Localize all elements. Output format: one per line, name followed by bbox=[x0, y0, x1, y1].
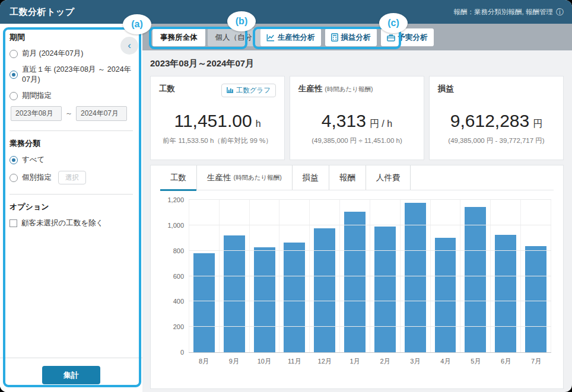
period-range-row: ～ bbox=[11, 106, 133, 121]
tab-productivity[interactable]: 生産性(時間あたり報酬) bbox=[197, 165, 293, 190]
bar-chart: 02004006008001,0001,200 8月9月10月11月12月1月2… bbox=[160, 200, 554, 366]
bar-column bbox=[249, 200, 279, 352]
profit-loss-analysis-button[interactable]: 損益分析 bbox=[325, 28, 377, 46]
radio-label: 直近１年 (2023年08月 ～ 2024年07月) bbox=[22, 65, 133, 85]
work-hours-graph-button[interactable]: 工数グラフ bbox=[221, 84, 276, 97]
sidebar-collapse-button[interactable]: ‹ bbox=[120, 37, 138, 55]
period-to-input[interactable] bbox=[76, 106, 127, 121]
x-tick-label: 1月 bbox=[340, 357, 370, 366]
info-icon[interactable]: ⓘ bbox=[556, 8, 564, 16]
category-select-button[interactable]: 選択 bbox=[58, 171, 86, 184]
card-productivity: 生産性 (時間あたり報酬) 4,313円 / h (49,385,000 円 ÷… bbox=[290, 76, 424, 160]
scope-tab-personal[interactable]: 個人（自分） bbox=[208, 28, 268, 46]
radio-label: 前月 (2024年07月) bbox=[22, 49, 84, 59]
y-tick-label: 1,000 bbox=[167, 222, 184, 229]
x-tick-label: 3月 bbox=[400, 357, 430, 366]
bar-11月[interactable] bbox=[284, 243, 305, 352]
bar-1月[interactable] bbox=[344, 212, 366, 352]
bar-column bbox=[370, 200, 400, 352]
y-tick-label: 800 bbox=[173, 247, 184, 254]
header-note-text: 報酬：業務分類別報酬, 報酬管理 bbox=[454, 8, 553, 17]
bar-2月[interactable] bbox=[374, 227, 396, 352]
header-note: 報酬：業務分類別報酬, 報酬管理 ⓘ bbox=[454, 8, 564, 17]
sidebar-footer: 集計 bbox=[0, 358, 142, 392]
x-tick-label: 10月 bbox=[249, 357, 279, 366]
bar-4月[interactable] bbox=[435, 238, 456, 352]
bar-5月[interactable] bbox=[465, 207, 486, 352]
analysis-button-group: 生産性分析 損益分析 予実分析 bbox=[260, 28, 434, 46]
bar-column bbox=[309, 200, 339, 352]
radio-icon-checked[interactable] bbox=[9, 71, 18, 79]
value-number: 11,451.00 bbox=[174, 111, 252, 130]
page-title: 工数分析トップ bbox=[9, 7, 75, 18]
line-chart-icon bbox=[266, 34, 275, 42]
x-tick-label: 6月 bbox=[491, 357, 521, 366]
radio-label: 期間指定 bbox=[22, 91, 52, 101]
radio-category-individual[interactable]: 個別指定 選択 bbox=[9, 171, 133, 184]
category-section-label: 業務分類 bbox=[9, 138, 133, 149]
bar-column bbox=[430, 200, 460, 352]
radio-custom-period[interactable]: 期間指定 bbox=[9, 91, 133, 101]
app-header: 工数分析トップ 報酬：業務分類別報酬, 報酬管理 ⓘ bbox=[0, 0, 572, 24]
y-tick-label: 1,200 bbox=[167, 196, 184, 203]
tab-label: 工数 bbox=[170, 173, 186, 183]
period-section-label: 期間 bbox=[9, 32, 133, 43]
card-title: 損益 bbox=[438, 84, 454, 94]
radio-icon[interactable] bbox=[9, 50, 18, 58]
radio-icon[interactable] bbox=[9, 174, 18, 182]
y-tick-label: 600 bbox=[173, 273, 184, 280]
bar-column bbox=[490, 200, 520, 352]
y-tick-label: 200 bbox=[173, 323, 184, 330]
button-label: 予実分析 bbox=[398, 33, 428, 43]
bar-8月[interactable] bbox=[193, 253, 215, 352]
gridline bbox=[189, 301, 551, 301]
radio-prev-month[interactable]: 前月 (2024年07月) bbox=[9, 49, 133, 59]
tab-note: (時間あたり報酬) bbox=[234, 174, 282, 182]
scope-tab-office[interactable]: 事務所全体 bbox=[152, 28, 205, 46]
gridline bbox=[189, 225, 551, 225]
summary-cards: 工数 工数グラフ 11,451.00h 前年 11,533.50 h（前年対比 … bbox=[150, 76, 564, 160]
chart-panel: 工数 生産性(時間あたり報酬) 損益 報酬 人件費 02004006008001… bbox=[150, 165, 564, 389]
x-tick-label: 12月 bbox=[310, 357, 340, 366]
radio-icon-checked[interactable] bbox=[9, 156, 18, 164]
range-separator: ～ bbox=[65, 109, 72, 119]
tab-work-hours[interactable]: 工数 bbox=[160, 165, 197, 190]
work-hours-value: 11,451.00h bbox=[159, 111, 276, 131]
budget-actual-analysis-button[interactable]: 予実分析 bbox=[381, 28, 434, 46]
x-tick-label: 5月 bbox=[460, 357, 491, 366]
x-tick-label: 2月 bbox=[370, 357, 401, 366]
button-label: 生産性分析 bbox=[278, 33, 315, 43]
gridline bbox=[189, 199, 551, 200]
chevron-left-icon: ‹ bbox=[128, 40, 131, 52]
option-exclude-checkbox-row[interactable]: 顧客未選択の工数を除く bbox=[9, 218, 133, 228]
tab-profit-loss[interactable]: 損益 bbox=[293, 165, 329, 190]
bar-column bbox=[520, 200, 551, 352]
checkbox-icon[interactable] bbox=[9, 219, 17, 227]
bar-7月[interactable] bbox=[525, 246, 546, 352]
bar-9月[interactable] bbox=[224, 235, 245, 352]
card-title: 工数 bbox=[159, 84, 175, 94]
briefcase-icon bbox=[387, 34, 395, 42]
bar-column bbox=[460, 200, 490, 352]
radio-last-year[interactable]: 直近１年 (2023年08月 ～ 2024年07月) bbox=[9, 65, 133, 85]
productivity-analysis-button[interactable]: 生産性分析 bbox=[260, 28, 321, 46]
aggregate-button[interactable]: 集計 bbox=[42, 366, 100, 384]
radio-category-all[interactable]: すべて bbox=[9, 155, 133, 165]
bar-chart-icon bbox=[227, 87, 234, 94]
tab-label: 人件費 bbox=[376, 173, 401, 183]
bar-12月[interactable] bbox=[314, 228, 335, 352]
scope-toggle-group: 事務所全体 個人（自分） bbox=[152, 28, 268, 46]
bar-column bbox=[219, 200, 249, 352]
radio-icon[interactable] bbox=[9, 92, 18, 100]
button-label: 工数グラフ bbox=[236, 86, 271, 95]
tab-compensation[interactable]: 報酬 bbox=[329, 165, 366, 190]
toolbar-band: 事務所全体 個人（自分） 生産性分析 損益分析 bbox=[142, 24, 572, 50]
bar-6月[interactable] bbox=[495, 235, 516, 352]
value-unit: 円 / h bbox=[370, 119, 392, 129]
tab-labor-cost[interactable]: 人件費 bbox=[366, 165, 411, 190]
checkbox-label: 顧客未選択の工数を除く bbox=[21, 218, 103, 228]
value-number: 9,612,283 bbox=[450, 111, 529, 130]
gridline bbox=[189, 250, 551, 251]
bar-10月[interactable] bbox=[254, 247, 275, 352]
period-from-input[interactable] bbox=[11, 106, 62, 121]
